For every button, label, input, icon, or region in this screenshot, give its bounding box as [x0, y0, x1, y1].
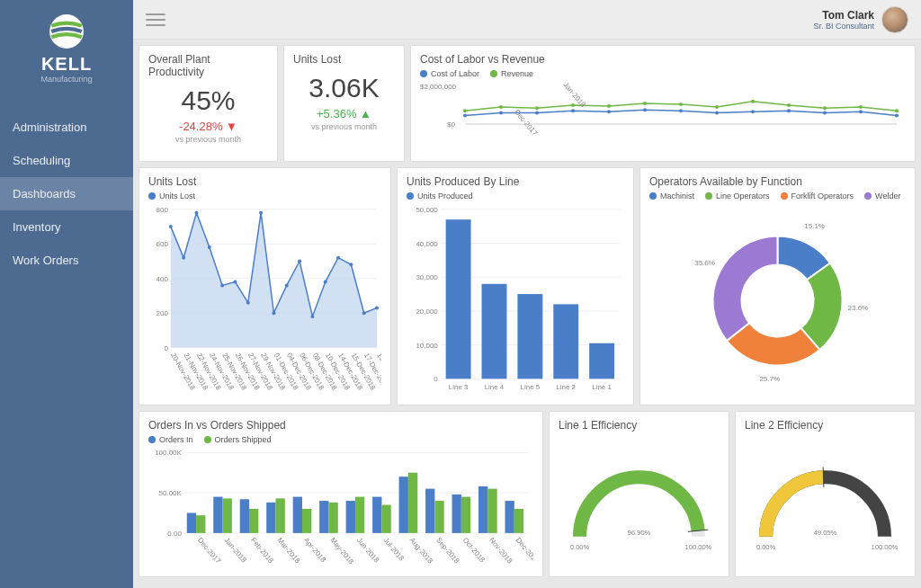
svg-rect-132: [355, 497, 364, 533]
svg-point-55: [194, 211, 198, 215]
svg-point-10: [679, 109, 683, 112]
svg-text:Line 2: Line 2: [556, 383, 576, 391]
svg-rect-130: [328, 503, 337, 533]
kpi-delta: +5.36% ▲: [293, 107, 395, 120]
avatar[interactable]: [881, 6, 908, 33]
svg-rect-135: [399, 477, 408, 533]
svg-point-53: [169, 225, 173, 228]
gauge-chart: 49.05%0.00%100.00%: [745, 435, 906, 570]
sidebar-item-administration[interactable]: Administration: [0, 111, 133, 144]
sidebar-item-work-orders[interactable]: Work Orders: [0, 244, 133, 277]
svg-text:35.6%: 35.6%: [694, 259, 715, 267]
svg-text:50.00K: 50.00K: [159, 489, 183, 497]
svg-text:400: 400: [156, 275, 169, 283]
svg-text:Jan-2018: Jan-2018: [222, 536, 248, 565]
svg-text:0.00: 0.00: [167, 530, 182, 538]
svg-text:0: 0: [434, 375, 438, 383]
chart-title: Cost of Labor vs Revenue: [420, 53, 906, 66]
svg-rect-136: [408, 473, 417, 533]
logo-icon: [48, 13, 85, 50]
kpi-sub: vs previous month: [293, 122, 395, 131]
svg-text:$2,000,000: $2,000,000: [420, 83, 457, 91]
svg-text:100.00%: 100.00%: [872, 543, 899, 551]
svg-rect-138: [434, 501, 443, 533]
svg-point-60: [259, 211, 263, 215]
menu-icon[interactable]: [146, 10, 165, 30]
svg-point-21: [607, 104, 611, 108]
svg-point-67: [349, 263, 353, 266]
svg-text:25.7%: 25.7%: [759, 375, 780, 383]
svg-rect-142: [487, 489, 496, 533]
svg-point-61: [272, 311, 275, 315]
svg-point-29: [895, 109, 899, 112]
user-name: Tom Clark: [813, 9, 874, 22]
brand-name: KELL: [0, 54, 133, 75]
svg-point-59: [246, 301, 250, 305]
svg-text:50,000: 50,000: [416, 206, 438, 214]
svg-point-22: [643, 102, 647, 105]
legend: Machinist Line Operators Forklift Operat…: [649, 192, 906, 200]
svg-text:Dec-2018: Dec-2018: [514, 536, 533, 566]
kpi-sub: vs previous month: [148, 135, 268, 144]
user-box[interactable]: Tom Clark Sr. BI Consultant: [813, 6, 908, 33]
legend: Units Produced: [407, 192, 624, 200]
svg-point-6: [535, 111, 539, 114]
chart-operators: Operators Available by Function Machinis…: [639, 167, 916, 405]
svg-rect-121: [213, 497, 222, 533]
sidebar-item-scheduling[interactable]: Scheduling: [0, 144, 133, 177]
sidebar-item-dashboards[interactable]: Dashboards: [0, 177, 133, 210]
topbar: Tom Clark Sr. BI Consultant: [133, 0, 921, 40]
svg-line-162: [823, 467, 824, 487]
svg-point-54: [182, 256, 185, 260]
svg-rect-123: [240, 499, 249, 533]
svg-point-56: [208, 245, 211, 249]
svg-text:Sep-2018: Sep-2018: [434, 536, 460, 566]
nav: AdministrationSchedulingDashboardsInvent…: [0, 111, 133, 277]
svg-rect-131: [346, 501, 355, 533]
svg-rect-119: [187, 512, 196, 532]
svg-point-8: [607, 110, 611, 113]
kpi-delta: -24.28% ▼: [148, 120, 268, 133]
chart-units-lost: Units Lost Units Lost 020040060080020-No…: [139, 167, 391, 405]
svg-text:Jun-2018: Jun-2018: [355, 536, 381, 565]
svg-point-69: [375, 306, 379, 309]
svg-rect-102: [553, 304, 578, 379]
svg-point-65: [324, 281, 327, 284]
svg-rect-141: [478, 486, 487, 533]
svg-text:Mar-2018: Mar-2018: [275, 536, 301, 565]
svg-point-17: [463, 109, 467, 112]
svg-rect-140: [461, 497, 470, 533]
svg-point-11: [715, 111, 719, 114]
svg-point-57: [220, 283, 224, 287]
chart-cost-vs-revenue: Cost of Labor vs Revenue Cost of Labor R…: [410, 45, 916, 162]
chart-title: Units Produced By Line: [407, 175, 624, 188]
svg-text:20,000: 20,000: [416, 307, 438, 316]
svg-text:0: 0: [164, 344, 168, 352]
sidebar: KELL Manufacturing AdministrationSchedul…: [0, 0, 133, 588]
svg-point-58: [233, 281, 237, 284]
svg-rect-143: [505, 501, 514, 533]
svg-text:Line 5: Line 5: [521, 383, 541, 391]
kpi-value: 3.06K: [293, 73, 395, 103]
svg-text:May-2018: May-2018: [328, 536, 355, 566]
chart-title: Operators Available by Function: [649, 175, 906, 188]
kpi-value: 45%: [148, 85, 268, 116]
area-chart: 020040060080020-Nov-201821-Nov-201822-No…: [148, 204, 381, 402]
brand-sub: Manufacturing: [0, 75, 133, 84]
svg-point-12: [751, 110, 755, 113]
sidebar-item-inventory[interactable]: Inventory: [0, 210, 133, 244]
svg-rect-101: [517, 294, 542, 379]
svg-text:0.00%: 0.00%: [570, 543, 590, 551]
svg-point-23: [679, 102, 683, 106]
chart-title: Line 1 Efficiency: [559, 419, 720, 432]
donut-chart: 15.1%23.6%25.7%35.6%: [649, 204, 906, 388]
grouped-bar-chart: 0.0050.00K100.00KDec-2017Jan-2018Feb-201…: [148, 448, 533, 574]
svg-point-18: [499, 105, 503, 109]
svg-text:Line 1: Line 1: [592, 383, 612, 391]
svg-text:Jul-2018: Jul-2018: [381, 536, 406, 563]
svg-rect-100: [482, 284, 507, 379]
svg-point-25: [751, 100, 755, 103]
svg-text:96.90%: 96.90%: [628, 529, 651, 537]
svg-point-24: [715, 105, 719, 109]
svg-point-14: [823, 111, 827, 114]
